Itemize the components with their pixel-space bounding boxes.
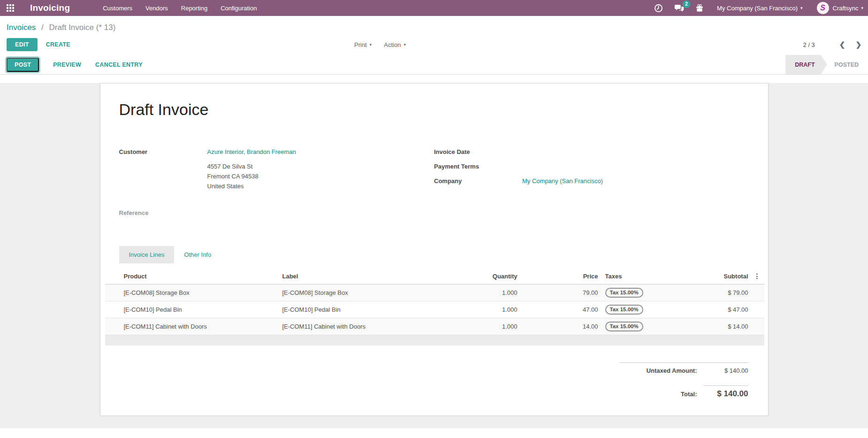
col-quantity: Quantity bbox=[414, 268, 518, 284]
col-product: Product bbox=[105, 268, 278, 284]
caret-down-icon: ▾ bbox=[404, 42, 406, 47]
print-dropdown-label: Print bbox=[354, 41, 367, 48]
table-row[interactable]: [E-COM08] Storage Box [E-COM08] Storage … bbox=[105, 284, 764, 301]
untaxed-amount-value: $ 140.00 bbox=[704, 367, 748, 374]
menu-customers[interactable]: Customers bbox=[96, 0, 139, 16]
statusbar: POST PREVIEW CANCEL ENTRY DRAFT POSTED bbox=[0, 55, 868, 75]
cell-quantity: 1.000 bbox=[414, 284, 518, 301]
total-value: $ 140.00 bbox=[704, 385, 748, 399]
invoice-title: Draft Invoice bbox=[119, 100, 749, 119]
invoice-sheet: Draft Invoice Customer Azure Interior, B… bbox=[100, 83, 769, 416]
topbar-right: 2 My Company (San Francisco) ▾ S Craftsy… bbox=[643, 2, 863, 14]
col-taxes: Taxes bbox=[599, 268, 707, 284]
control-panel: EDIT CREATE Print ▾ Action ▾ 2 / 3 ❮ ❯ bbox=[0, 32, 868, 55]
cell-label: [E-COM10] Pedal Bin bbox=[278, 301, 414, 318]
cell-taxes: Tax 15.00% bbox=[599, 301, 707, 318]
address-line: United States bbox=[207, 181, 434, 191]
untaxed-amount-label: Untaxed Amount: bbox=[619, 367, 704, 374]
create-button[interactable]: CREATE bbox=[46, 41, 70, 48]
col-label: Label bbox=[278, 268, 414, 284]
menu-vendors[interactable]: Vendors bbox=[139, 0, 175, 16]
form-view-background: Draft Invoice Customer Azure Interior, B… bbox=[0, 83, 868, 428]
address-line: Fremont CA 94538 bbox=[207, 171, 434, 181]
preview-button[interactable]: PREVIEW bbox=[53, 61, 81, 68]
cell-taxes: Tax 15.00% bbox=[599, 284, 707, 301]
invoice-lines-table: Product Label Quantity Price Taxes Subto… bbox=[105, 268, 764, 346]
print-dropdown[interactable]: Print ▾ bbox=[354, 41, 372, 48]
breadcrumb: Invoices / Draft Invoice (* 13) bbox=[0, 16, 868, 32]
customer-link[interactable]: Azure Interior, Brandon Freeman bbox=[207, 147, 296, 157]
right-field-column: Invoice Date Payment Terms Company My Co… bbox=[434, 147, 749, 223]
left-field-column: Customer Azure Interior, Brandon Freeman… bbox=[119, 147, 434, 223]
top-menus: Customers Vendors Reporting Configuratio… bbox=[96, 0, 263, 16]
customer-address: 4557 De Silva St Fremont CA 94538 United… bbox=[207, 161, 434, 191]
totals-block: Untaxed Amount: $ 140.00 Total: $ 140.00 bbox=[619, 362, 748, 399]
pager: 2 / 3 ❮ ❯ bbox=[803, 40, 861, 49]
activities-clock-icon[interactable] bbox=[654, 4, 663, 13]
breadcrumb-separator: / bbox=[41, 23, 44, 32]
tax-badge: Tax 15.00% bbox=[605, 305, 643, 315]
menu-reporting[interactable]: Reporting bbox=[175, 0, 214, 16]
status-posted: POSTED bbox=[827, 55, 868, 74]
cell-subtotal: $ 14.00 bbox=[707, 318, 749, 335]
tab-invoice-lines[interactable]: Invoice Lines bbox=[119, 246, 175, 263]
company-switcher-label: My Company (San Francisco) bbox=[717, 5, 798, 12]
company-label: Company bbox=[434, 176, 522, 186]
pager-count: 2 / 3 bbox=[803, 41, 815, 48]
pager-next-icon[interactable]: ❯ bbox=[855, 40, 861, 49]
breadcrumb-current: Draft Invoice (* 13) bbox=[49, 23, 116, 32]
col-subtotal: Subtotal bbox=[707, 268, 749, 284]
table-row[interactable]: [E-COM10] Pedal Bin [E-COM10] Pedal Bin … bbox=[105, 301, 764, 318]
cell-taxes: Tax 15.00% bbox=[599, 318, 707, 335]
tab-other-info[interactable]: Other Info bbox=[174, 246, 221, 263]
cell-price: 14.00 bbox=[518, 318, 599, 335]
tax-badge: Tax 15.00% bbox=[605, 322, 643, 331]
optional-columns-icon[interactable]: ⋮ bbox=[749, 268, 764, 284]
pager-previous-icon[interactable]: ❮ bbox=[839, 40, 845, 49]
cancel-entry-button[interactable]: CANCEL ENTRY bbox=[95, 61, 143, 68]
gift-icon[interactable] bbox=[695, 4, 704, 12]
cell-price: 47.00 bbox=[518, 301, 599, 318]
company-link[interactable]: My Company (San Francisco) bbox=[522, 176, 603, 186]
user-avatar[interactable]: S bbox=[817, 2, 829, 14]
total-label: Total: bbox=[619, 391, 704, 398]
invoice-header-fields: Customer Azure Interior, Brandon Freeman… bbox=[119, 147, 749, 223]
invoice-date-label: Invoice Date bbox=[434, 147, 522, 157]
apps-menu-icon[interactable] bbox=[7, 4, 14, 12]
action-dropdown-label: Action bbox=[384, 41, 401, 48]
post-button[interactable]: POST bbox=[7, 58, 39, 72]
cell-price: 79.00 bbox=[518, 284, 599, 301]
top-navbar: Invoicing Customers Vendors Reporting Co… bbox=[0, 0, 868, 16]
cell-subtotal: $ 79.00 bbox=[707, 284, 749, 301]
tax-badge: Tax 15.00% bbox=[605, 288, 643, 298]
reference-label: Reference bbox=[119, 208, 207, 218]
table-row[interactable]: [E-COM11] Cabinet with Doors [E-COM11] C… bbox=[105, 318, 764, 335]
cell-quantity: 1.000 bbox=[414, 301, 518, 318]
status-widget: DRAFT POSTED bbox=[785, 55, 868, 74]
cell-product: [E-COM10] Pedal Bin bbox=[105, 301, 278, 318]
company-switcher[interactable]: My Company (San Francisco) ▾ bbox=[717, 5, 802, 12]
cell-product: [E-COM11] Cabinet with Doors bbox=[105, 318, 278, 335]
col-price: Price bbox=[518, 268, 599, 284]
notebook-tabs: Invoice Lines Other Info bbox=[119, 246, 749, 263]
breadcrumb-invoices-link[interactable]: Invoices bbox=[7, 23, 36, 32]
table-header-row: Product Label Quantity Price Taxes Subto… bbox=[105, 268, 764, 284]
cell-quantity: 1.000 bbox=[414, 318, 518, 335]
user-name: Craftsync bbox=[833, 5, 859, 12]
messages-count-badge: 2 bbox=[683, 0, 690, 8]
untaxed-amount-row: Untaxed Amount: $ 140.00 bbox=[619, 362, 748, 374]
avatar-letter: S bbox=[820, 4, 825, 12]
action-dropdown[interactable]: Action ▾ bbox=[384, 41, 406, 48]
messages-icon[interactable]: 2 bbox=[674, 4, 684, 13]
total-row: Total: $ 140.00 bbox=[619, 385, 748, 399]
edit-button[interactable]: EDIT bbox=[7, 38, 38, 51]
customer-label: Customer bbox=[119, 147, 207, 157]
app-title[interactable]: Invoicing bbox=[30, 3, 70, 13]
user-menu[interactable]: Craftsync ▾ bbox=[833, 5, 863, 12]
address-line: 4557 De Silva St bbox=[207, 161, 434, 171]
empty-stripe-row bbox=[105, 335, 764, 346]
center-actions: Print ▾ Action ▾ bbox=[354, 41, 418, 48]
menu-configuration[interactable]: Configuration bbox=[214, 0, 263, 16]
cell-label: [E-COM11] Cabinet with Doors bbox=[278, 318, 414, 335]
status-draft: DRAFT bbox=[785, 55, 827, 74]
